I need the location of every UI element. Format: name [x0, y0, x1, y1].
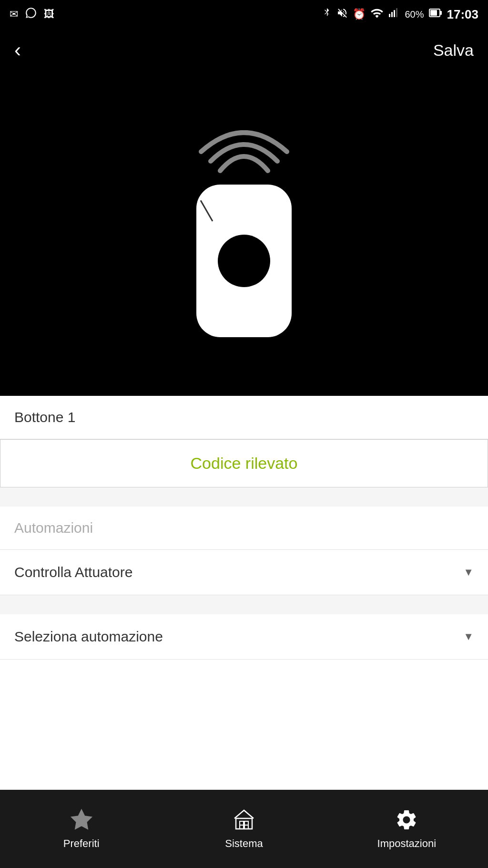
mute-icon [336, 7, 348, 21]
controlla-chevron-icon: ▼ [463, 566, 474, 579]
remote-dot [218, 235, 270, 287]
battery-text: 60% [405, 9, 424, 20]
codice-text: Codice rilevato [191, 454, 298, 472]
automazioni-row: Automazioni [0, 506, 488, 550]
codice-box: Codice rilevato [0, 439, 488, 487]
seleziona-label: Seleziona automazione [14, 629, 163, 645]
signal-icon [388, 7, 400, 21]
home-icon [232, 808, 256, 834]
nav-item-sistema-label: Sistema [225, 837, 263, 850]
svg-marker-7 [71, 810, 92, 829]
nav-item-impostazioni[interactable]: Impostazioni [325, 790, 488, 868]
status-bar: ✉ 🖼 ⏰ 60% 17:03 [0, 0, 488, 29]
status-time: 17:03 [447, 7, 479, 22]
svg-rect-6 [430, 10, 437, 16]
section-title: Bottone 1 [0, 396, 488, 439]
nav-item-impostazioni-label: Impostazioni [377, 837, 437, 850]
wifi-arc-icon [196, 130, 292, 180]
seleziona-chevron-icon: ▼ [463, 630, 474, 643]
svg-rect-9 [240, 821, 244, 825]
nav-item-preferiti-label: Preferiti [63, 837, 100, 850]
email-icon: ✉ [10, 8, 18, 21]
alarm-icon: ⏰ [353, 8, 366, 21]
hero-area [0, 72, 488, 396]
content-area: Bottone 1 Codice rilevato Automazioni Co… [0, 396, 488, 660]
wifi-icon [370, 7, 384, 21]
svg-rect-3 [396, 8, 397, 17]
svg-rect-2 [394, 10, 395, 17]
top-nav: ‹ Salva [0, 29, 488, 72]
status-bar-left: ✉ 🖼 [10, 7, 54, 22]
svg-rect-5 [440, 11, 442, 15]
back-button[interactable]: ‹ [14, 40, 21, 60]
spacer-2 [0, 595, 488, 614]
nav-item-preferiti[interactable]: Preferiti [0, 790, 163, 868]
remote-slash [200, 200, 214, 222]
spacer-1 [0, 487, 488, 506]
whatsapp-icon [25, 7, 37, 22]
image-icon: 🖼 [44, 8, 54, 21]
star-icon [70, 808, 93, 834]
svg-rect-1 [391, 12, 393, 17]
bottom-nav: Preferiti Sistema Impostazioni [0, 790, 488, 868]
svg-rect-10 [244, 821, 248, 825]
nav-item-sistema[interactable]: Sistema [163, 790, 325, 868]
controlla-dropdown[interactable]: Controlla Attuatore ▼ [0, 550, 488, 595]
remote-illustration [196, 130, 292, 337]
svg-rect-0 [389, 14, 390, 17]
gear-icon [395, 808, 418, 834]
status-bar-right: ⏰ 60% 17:03 [322, 7, 478, 22]
save-button[interactable]: Salva [433, 41, 474, 60]
battery-icon [429, 7, 442, 21]
seleziona-dropdown[interactable]: Seleziona automazione ▼ [0, 614, 488, 660]
remote-body [196, 185, 292, 337]
bluetooth-icon [322, 7, 332, 22]
controlla-label: Controlla Attuatore [14, 564, 132, 580]
